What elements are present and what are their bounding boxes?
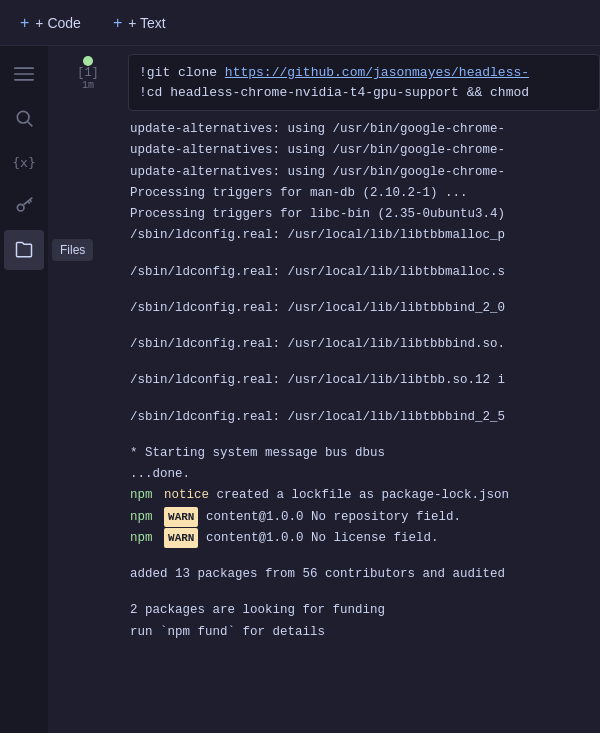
add-text-button[interactable]: + + Text [105,10,174,36]
npm-prefix: npm [130,510,153,524]
svg-point-5 [17,204,24,211]
files-icon [14,240,34,260]
output-line-funding: 2 packages are looking for funding [130,600,598,621]
cell-content: !git clone https://github.com/jasonmayes… [128,54,600,647]
output-line-empty [130,283,598,298]
git-clone-link: https://github.com/jasonmayes/headless- [225,65,529,80]
cell-input-line-2: !cd headless-chrome-nvidia-t4-gpu-suppor… [139,83,589,103]
output-line: /sbin/ldconfig.real: /usr/local/lib/libt… [130,407,598,428]
svg-line-4 [28,122,33,127]
output-line: /sbin/ldconfig.real: /usr/local/lib/libt… [130,298,598,319]
warn-badge-1: WARN [164,507,198,528]
npm-prefix: npm [130,488,153,502]
notice-text: notice [164,488,209,502]
cell-gutter: [1] 1m [48,54,128,647]
output-line-empty [130,428,598,443]
output-line: update-alternatives: using /usr/bin/goog… [130,162,598,183]
output-line-star: * Starting system message bus dbus [130,443,598,464]
svg-line-7 [30,200,32,202]
cell-container: [1] 1m !git clone https://github.com/jas… [48,46,600,655]
svg-line-8 [28,202,30,204]
output-line-empty [130,247,598,262]
output-line: update-alternatives: using /usr/bin/goog… [130,140,598,161]
key-icon [14,196,34,216]
output-line-done: ...done. [130,464,598,485]
svg-point-3 [17,111,29,123]
svg-rect-0 [14,67,34,69]
sidebar: {x} Files [0,46,48,733]
run-dot [83,56,93,66]
add-text-label: + Text [128,15,166,31]
output-line-empty [130,549,598,564]
output-line-empty [130,585,598,600]
output-line-empty [130,319,598,334]
output-line: Processing triggers for libc-bin (2.35-0… [130,204,598,225]
output-line-empty [130,355,598,370]
output-line-fund-cmd: run `npm fund` for details [130,622,598,643]
sidebar-item-secrets[interactable] [4,186,44,226]
plus-icon-text: + [113,14,122,32]
sidebar-item-search[interactable] [4,98,44,138]
output-line-added: added 13 packages from 56 contributors a… [130,564,598,585]
output-line-empty [130,392,598,407]
main-layout: {x} Files [1] 1m [0,46,600,733]
run-indicator [83,56,93,66]
svg-rect-2 [14,79,34,81]
sidebar-item-menu[interactable] [4,54,44,94]
npm-prefix: npm [130,531,153,545]
output-line: /sbin/ldconfig.real: /usr/local/lib/libt… [130,262,598,283]
cell-output: update-alternatives: using /usr/bin/goog… [128,115,600,647]
output-line: Processing triggers for man-db (2.10.2-1… [130,183,598,204]
cell-input-line-1: !git clone https://github.com/jasonmayes… [139,63,589,83]
sidebar-item-files[interactable]: Files [4,230,44,270]
cell-time: 1m [82,80,94,91]
cell-number: [1] [77,66,99,80]
output-line-warn-2: npm WARN content@1.0.0 No license field. [130,528,598,549]
output-line: /sbin/ldconfig.real: /usr/local/lib/libt… [130,225,598,246]
sidebar-item-variables[interactable]: {x} [4,142,44,182]
cell-input[interactable]: !git clone https://github.com/jasonmayes… [128,54,600,111]
output-line: update-alternatives: using /usr/bin/goog… [130,119,598,140]
add-code-label: + Code [35,15,81,31]
toolbar: + + Code + + Text [0,0,600,46]
search-icon [14,108,34,128]
output-line-warn-1: npm WARN content@1.0.0 No repository fie… [130,507,598,528]
output-line: /sbin/ldconfig.real: /usr/local/lib/libt… [130,334,598,355]
output-line: /sbin/ldconfig.real: /usr/local/lib/libt… [130,370,598,391]
variables-icon: {x} [12,155,35,170]
output-line-notice: npm notice created a lockfile as package… [130,485,598,506]
svg-rect-1 [14,73,34,75]
warn-badge-2: WARN [164,528,198,549]
cell-area[interactable]: [1] 1m !git clone https://github.com/jas… [48,46,600,733]
menu-icon [14,64,34,84]
add-code-button[interactable]: + + Code [12,10,89,36]
plus-icon: + [20,14,29,32]
